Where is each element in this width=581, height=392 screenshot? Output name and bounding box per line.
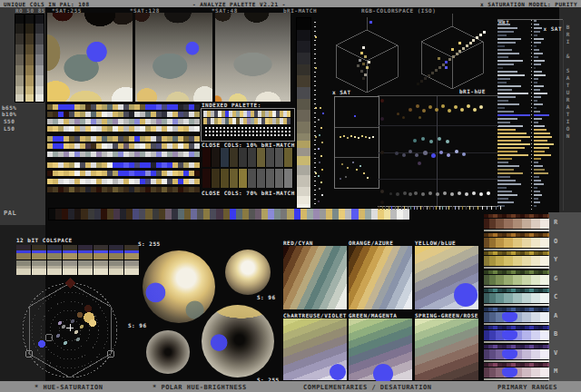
primary-main-strip: [484, 293, 549, 303]
bri-bar: [497, 118, 517, 120]
bri-bar: [497, 187, 507, 189]
colorspace-point: [366, 66, 369, 69]
primary-light-strip: [484, 304, 549, 306]
tick-speck: [322, 113, 324, 114]
bri-bar: [497, 201, 514, 203]
bri-bar: [497, 154, 528, 156]
scatter-dot: [446, 140, 449, 143]
pal-segment: [365, 209, 371, 220]
colspace-tile: [94, 260, 108, 275]
sat-bar: [534, 53, 543, 54]
primary-letter-b: B: [554, 330, 557, 338]
indexed-palette-row: [203, 111, 290, 117]
grid-line: [378, 179, 498, 180]
bri-bar: [497, 85, 521, 87]
tick-speck: [318, 175, 320, 177]
tick-speck: [320, 155, 322, 157]
sat-bar: [534, 136, 552, 138]
palette-strip-row: [47, 136, 200, 142]
blue-blob: [502, 368, 517, 377]
primary-light-strip: [484, 341, 549, 343]
pal-segment: [351, 209, 358, 220]
indexed-palette-row: [203, 118, 290, 124]
pal-segment: [49, 209, 55, 220]
scatter-dot: [448, 109, 451, 113]
bri-bar: [497, 89, 512, 91]
bri-bar: [497, 180, 516, 181]
sat-bar: [534, 49, 539, 51]
sat-bar: [534, 31, 540, 33]
sat-bar: [534, 34, 537, 36]
sat-speck: [358, 137, 359, 139]
primary-letter-g: G: [554, 275, 557, 282]
polar-s96-label: S: 96: [257, 294, 276, 300]
sat-speck: [367, 177, 369, 179]
colorspace-point: [462, 47, 465, 50]
primary-main-strip: [484, 275, 549, 285]
tick-speck: [315, 67, 317, 69]
pal-segment: [120, 209, 126, 220]
pal-segment: [326, 209, 332, 220]
rug-tick: [398, 206, 399, 210]
rug-tick: [385, 206, 386, 210]
colorspace-point: [438, 66, 441, 69]
s50-label: S50: [4, 118, 15, 124]
colorspace-point: [420, 80, 423, 83]
primary-thin-strip: [484, 308, 549, 311]
strip-segment: [194, 143, 200, 149]
wheel-point: [58, 321, 62, 325]
sat-speck: [354, 115, 356, 117]
rug-tick: [408, 206, 409, 210]
tick-speck: [315, 107, 317, 109]
scatter-dot: [423, 151, 428, 155]
sat-bar: [534, 56, 538, 58]
bri-bar: [497, 176, 510, 178]
sat-speck: [372, 136, 374, 138]
scatter-dot: [431, 153, 436, 158]
colorspace-point: [424, 77, 427, 80]
primary-thin-strip: [484, 270, 549, 274]
rug-tick: [417, 206, 418, 210]
palette-strip-row: [47, 171, 200, 176]
primary-thin-strip: [484, 363, 549, 367]
sat-speck: [365, 136, 367, 138]
comp-panel-label: ChARTREUSE/VIOLET: [283, 312, 347, 318]
bri-bar: [497, 129, 516, 131]
colorspace-point: [479, 34, 482, 36]
rug-tick: [455, 206, 456, 210]
primary-main-strip: [484, 349, 549, 359]
colspace-tile: [94, 245, 108, 260]
sat-bar: [534, 107, 537, 109]
primary-thin-strip: [484, 326, 549, 329]
sat-bar: [534, 140, 547, 142]
colorspace-point: [428, 74, 430, 77]
sat-bar: [534, 74, 546, 76]
footer-hue-saturation: * HUE-SATURATION: [34, 384, 103, 391]
pal-segment: [74, 209, 81, 220]
bri-bar: [497, 60, 523, 62]
sat-bar: [534, 71, 542, 73]
close-cols-row-10: [202, 148, 293, 167]
rug-tick: [469, 206, 470, 210]
bri-bar: [497, 183, 521, 185]
colorspace-point: [431, 72, 434, 74]
primary-light-strip: [484, 249, 549, 250]
colorspace-point: [458, 50, 461, 53]
bri-bar: [497, 78, 510, 80]
primary-main-strip: [484, 312, 549, 322]
tick-speck: [318, 148, 320, 150]
colspace-tile: [47, 245, 62, 260]
bri-bar: [497, 42, 516, 44]
close-col-swatch: [202, 169, 212, 188]
rug-tick: [482, 206, 483, 210]
pal-segment: [94, 209, 101, 220]
bri-sat-bar-chart: [497, 20, 564, 211]
sat-bar: [534, 147, 549, 149]
sat-speck: [340, 136, 341, 138]
scatter-dot: [380, 99, 384, 103]
bri-bar: [497, 136, 530, 138]
grid-line: [437, 96, 438, 206]
palette-strip-row: [47, 179, 200, 184]
bri-bar: [497, 114, 530, 116]
sat-bar: [534, 27, 542, 29]
